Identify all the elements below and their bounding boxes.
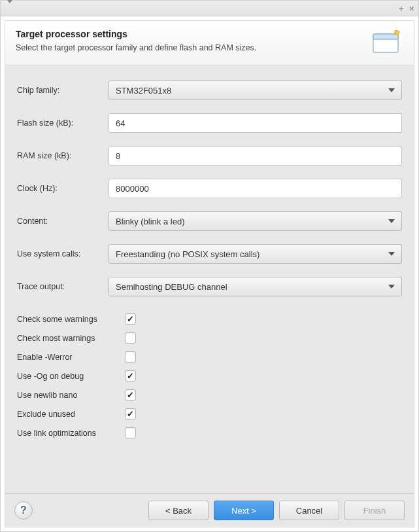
content-select[interactable]: Blinky (blink a led) <box>109 211 402 231</box>
header-banner: Target processor settings Select the tar… <box>5 20 414 66</box>
syscalls-value: Freestanding (no POSIX system calls) <box>116 249 260 259</box>
help-button[interactable]: ? <box>14 501 33 520</box>
use-link-opt-checkbox[interactable] <box>125 427 136 438</box>
ram-size-label: RAM size (kB): <box>17 151 109 160</box>
trace-label: Trace output: <box>17 282 109 291</box>
chevron-down-icon <box>388 285 395 289</box>
page-description: Select the target processor family and d… <box>16 43 361 52</box>
clock-label: Clock (Hz): <box>17 184 109 193</box>
syscalls-label: Use system calls: <box>17 249 109 258</box>
check-some-warnings-label: Check some warnings <box>17 315 125 324</box>
use-link-opt-label: Use link optimizations <box>17 429 125 438</box>
use-newlib-nano-label: Use newlib nano <box>17 391 125 400</box>
use-og-debug-label: Use -Og on debug <box>17 372 125 381</box>
close-icon[interactable]: × <box>409 4 414 13</box>
syscalls-select[interactable]: Freestanding (no POSIX system calls) <box>109 244 402 264</box>
footer: ? < Back Next > Cancel Finish <box>5 493 414 527</box>
chevron-down-icon <box>388 252 395 256</box>
enable-werror-checkbox[interactable] <box>125 351 136 363</box>
svg-rect-1 <box>373 34 398 39</box>
content-frame: Target processor settings Select the tar… <box>1 16 418 531</box>
content-label: Content: <box>17 217 109 226</box>
form-area: Chip family: STM32F051x8 Flash size (kB)… <box>5 66 414 493</box>
menu-icon[interactable] <box>7 4 12 13</box>
chevron-down-icon <box>388 88 395 92</box>
use-newlib-nano-checkbox[interactable] <box>125 389 136 400</box>
exclude-unused-label: Exclude unused <box>17 410 125 419</box>
flash-size-input[interactable] <box>109 113 402 133</box>
content-value: Blinky (blink a led) <box>116 217 185 226</box>
next-button[interactable]: Next > <box>214 501 274 520</box>
chip-family-value: STM32F051x8 <box>116 86 171 96</box>
wizard-icon <box>369 29 403 56</box>
check-most-warnings-label: Check most warnings <box>17 334 125 343</box>
chip-family-select[interactable]: STM32F051x8 <box>109 80 402 100</box>
trace-value: Semihosting DEBUG channel <box>116 282 227 292</box>
exclude-unused-checkbox[interactable] <box>125 408 136 419</box>
use-og-debug-checkbox[interactable] <box>125 370 136 381</box>
check-most-warnings-checkbox[interactable] <box>125 332 136 344</box>
svg-marker-2 <box>394 30 399 35</box>
trace-select[interactable]: Semihosting DEBUG channel <box>109 277 402 296</box>
finish-button: Finish <box>344 501 405 520</box>
chip-family-label: Chip family: <box>17 86 109 95</box>
wizard-window: + × Target processor settings Select the… <box>0 0 419 532</box>
ram-size-input[interactable] <box>109 146 402 166</box>
page-title: Target processor settings <box>16 29 361 39</box>
check-some-warnings-checkbox[interactable] <box>125 313 136 325</box>
titlebar: + × <box>1 1 418 16</box>
back-button[interactable]: < Back <box>148 501 209 520</box>
enable-werror-label: Enable -Werror <box>17 353 125 362</box>
clock-input[interactable] <box>109 179 402 198</box>
flash-size-label: Flash size (kB): <box>17 118 109 128</box>
chevron-down-icon <box>388 219 395 223</box>
cancel-button[interactable]: Cancel <box>279 501 339 520</box>
plus-icon[interactable]: + <box>399 4 404 13</box>
